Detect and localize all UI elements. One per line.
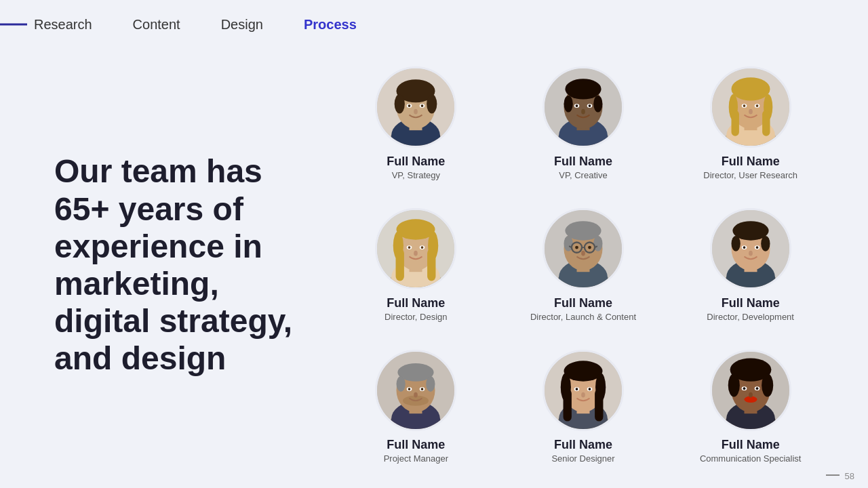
svg-point-20 <box>593 96 602 113</box>
svg-point-121 <box>762 374 773 397</box>
svg-point-12 <box>414 109 418 115</box>
svg-point-113 <box>581 392 585 398</box>
member-name-8: Full Name <box>554 438 612 452</box>
svg-point-31 <box>731 77 770 100</box>
nav-bar: Research Content Design Process <box>0 0 868 49</box>
svg-point-70 <box>588 246 591 249</box>
svg-point-19 <box>564 96 572 113</box>
svg-point-6 <box>395 94 405 114</box>
headline-text: Our team has 65+ years of experience in … <box>54 152 312 377</box>
svg-point-69 <box>575 246 578 249</box>
member-title-5: Director, Launch & Content <box>530 312 636 322</box>
svg-rect-50 <box>427 249 435 281</box>
member-name-3: Full Name <box>722 155 780 169</box>
member-title-6: Director, Development <box>707 312 794 322</box>
left-panel: Our team has 65+ years of experience in … <box>54 56 339 474</box>
nav-item-process[interactable]: Process <box>304 17 357 33</box>
main-content: Our team has 65+ years of experience in … <box>0 49 868 488</box>
member-name-6: Full Name <box>722 296 780 310</box>
team-grid: Full Name VP, Strategy <box>339 56 827 474</box>
avatar-9 <box>710 350 791 431</box>
page-number: 58 <box>845 471 854 481</box>
member-title-3: Director, User Research <box>703 170 797 180</box>
svg-rect-34 <box>731 110 738 136</box>
svg-rect-35 <box>762 110 770 136</box>
avatar-4 <box>375 208 456 289</box>
svg-point-96 <box>408 388 411 391</box>
svg-point-53 <box>408 246 411 249</box>
avatar-5 <box>542 208 624 289</box>
member-title-9: Communication Specialist <box>700 453 802 464</box>
team-member-8: Full Name Senior Designer <box>542 347 624 466</box>
member-name-5: Full Name <box>554 296 612 310</box>
member-name-7: Full Name <box>387 438 445 452</box>
svg-point-10 <box>408 104 411 107</box>
svg-point-82 <box>743 246 745 249</box>
svg-point-38 <box>743 104 745 107</box>
member-title-4: Director, Design <box>384 312 447 322</box>
svg-point-120 <box>728 374 739 397</box>
team-member-3: Full Name Director, User Research <box>703 64 797 183</box>
svg-point-39 <box>755 104 758 107</box>
nav-item-design[interactable]: Design <box>221 17 263 33</box>
team-member-2: Full Name VP, Creative <box>542 64 624 183</box>
svg-point-11 <box>421 104 424 107</box>
avatar-7 <box>375 350 456 431</box>
svg-point-7 <box>427 94 437 114</box>
svg-point-126 <box>755 388 758 390</box>
member-title-8: Senior Designer <box>551 453 614 464</box>
svg-point-24 <box>589 104 591 107</box>
svg-point-92 <box>427 376 435 392</box>
team-member-6: Full Name Director, Development <box>707 205 794 325</box>
member-name-9: Full Name <box>722 438 780 452</box>
team-member-5: Full Name Director, Launch & Content <box>530 205 636 325</box>
svg-point-91 <box>397 376 406 392</box>
svg-rect-107 <box>564 389 572 422</box>
svg-point-40 <box>749 109 753 115</box>
svg-point-54 <box>421 246 424 249</box>
svg-rect-108 <box>595 389 603 422</box>
svg-point-97 <box>421 388 424 391</box>
svg-rect-49 <box>396 249 404 281</box>
nav-items: Research Content Design Process <box>34 17 357 33</box>
member-name-4: Full Name <box>387 296 445 310</box>
nav-accent-line <box>0 24 27 26</box>
svg-point-111 <box>576 388 578 391</box>
team-member-1: Full Name VP, Strategy <box>375 64 456 183</box>
svg-point-55 <box>414 251 418 256</box>
svg-point-112 <box>589 388 591 391</box>
svg-point-23 <box>576 104 578 107</box>
avatar-6 <box>710 208 791 289</box>
team-member-9: Full Name Communication Specialist <box>700 347 802 466</box>
team-member-7: Full Name Project Manager <box>375 347 456 466</box>
team-member-4: Full Name Director, Design <box>375 205 456 325</box>
member-title-1: VP, Strategy <box>392 170 440 180</box>
svg-point-98 <box>414 392 418 398</box>
avatar-3 <box>710 66 791 148</box>
member-name-2: Full Name <box>554 155 612 169</box>
svg-point-78 <box>731 236 740 251</box>
svg-point-25 <box>581 109 585 115</box>
nav-item-research[interactable]: Research <box>34 17 92 33</box>
svg-point-125 <box>743 388 745 390</box>
svg-point-83 <box>755 246 758 249</box>
nav-item-content[interactable]: Content <box>133 17 180 33</box>
svg-point-127 <box>749 392 753 398</box>
avatar-8 <box>542 350 624 431</box>
member-name-1: Full Name <box>387 155 445 169</box>
svg-point-84 <box>749 251 753 256</box>
svg-point-79 <box>761 236 770 251</box>
svg-point-18 <box>565 79 601 99</box>
avatar-1 <box>375 66 456 148</box>
svg-point-71 <box>581 251 585 256</box>
avatar-2 <box>542 66 624 148</box>
member-title-2: VP, Creative <box>559 170 607 180</box>
page-line <box>826 474 840 476</box>
member-title-7: Project Manager <box>384 453 448 464</box>
